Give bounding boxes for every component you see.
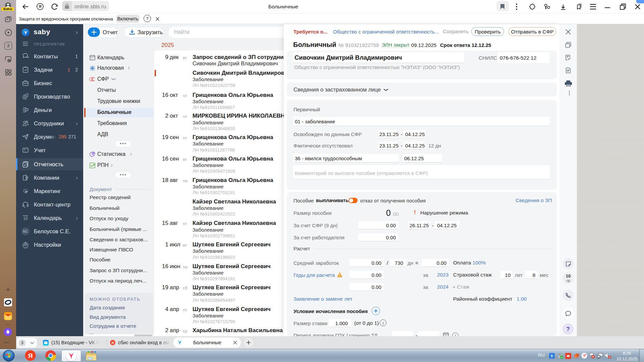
svg-text:Я: Я	[39, 4, 42, 8]
svg-text:10: 10	[23, 216, 28, 221]
svg-text:Я: Я	[112, 341, 114, 345]
svg-text:Я: Я	[28, 352, 33, 359]
